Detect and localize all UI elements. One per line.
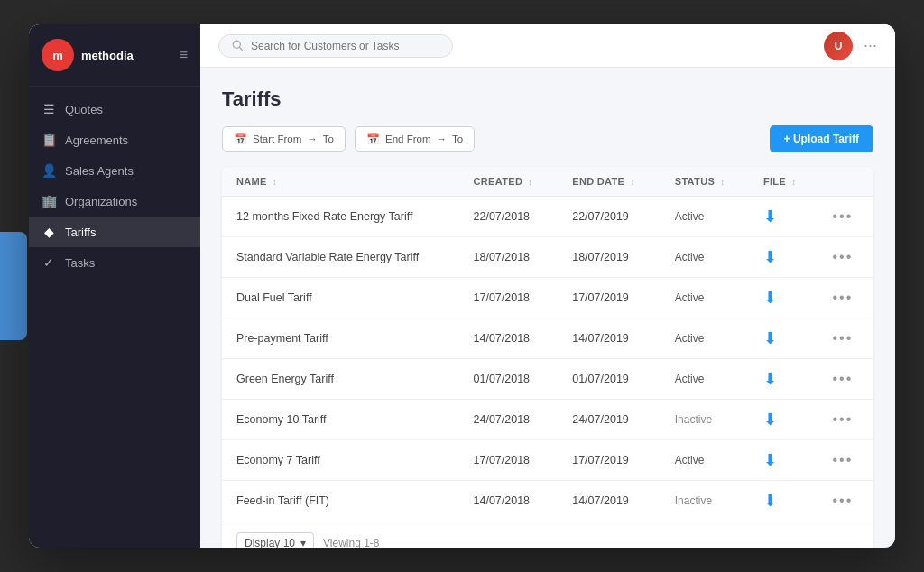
cell-created: 01/07/2018: [459, 359, 559, 400]
sort-arrows-created[interactable]: ↕: [529, 178, 533, 187]
sidebar-item-organizations[interactable]: 🏢Organizations: [29, 186, 200, 217]
cell-status: Active: [661, 440, 749, 481]
end-arrow: →: [436, 134, 447, 144]
organizations-icon: 🏢: [42, 194, 56, 208]
cell-file[interactable]: ⬇: [749, 359, 818, 400]
more-options-button[interactable]: •••: [833, 371, 854, 386]
sort-arrows-file[interactable]: ↕: [791, 178, 796, 187]
cell-name: Feed-in Tariff (FIT): [222, 481, 459, 521]
cell-name: Green Energy Tariff: [222, 359, 459, 400]
start-from-filter[interactable]: 📅 Start From → To: [222, 126, 346, 152]
more-options-button[interactable]: •••: [833, 290, 854, 305]
cell-actions[interactable]: •••: [818, 318, 873, 359]
table-row: 12 months Fixed Rate Energy Tariff 22/07…: [222, 197, 873, 237]
sidebar-item-tasks[interactable]: ✓Tasks: [29, 247, 200, 278]
cell-file[interactable]: ⬇: [749, 318, 818, 359]
display-select[interactable]: Display 10 ▾: [236, 532, 314, 548]
filter-group: 📅 Start From → To 📅 End From → To: [222, 126, 475, 152]
download-icon[interactable]: ⬇: [763, 451, 777, 469]
start-arrow: →: [307, 134, 318, 144]
sales-agents-icon: 👤: [42, 163, 56, 178]
table-body: 12 months Fixed Rate Energy Tariff 22/07…: [222, 197, 873, 521]
cell-name: Pre-payment Tariff: [222, 318, 459, 359]
more-options-button[interactable]: •••: [833, 208, 854, 224]
cell-file[interactable]: ⬇: [749, 481, 818, 521]
cell-created: 17/07/2018: [459, 278, 559, 318]
status-badge: Inactive: [675, 494, 712, 507]
sort-arrows-status[interactable]: ↕: [720, 178, 725, 187]
cell-status: Inactive: [661, 481, 749, 521]
cell-file[interactable]: ⬇: [749, 440, 818, 481]
table-row: Standard Variable Rate Energy Tariff 18/…: [222, 237, 873, 278]
svg-line-1: [240, 48, 243, 51]
cell-actions[interactable]: •••: [818, 440, 873, 481]
cell-actions[interactable]: •••: [818, 237, 873, 278]
more-options-button[interactable]: •••: [833, 249, 854, 264]
download-icon[interactable]: ⬇: [763, 329, 777, 347]
cell-end-date: 17/07/2019: [558, 278, 661, 318]
table-footer: Display 10 ▾ Viewing 1-8: [222, 521, 873, 548]
calendar-icon-2: 📅: [366, 133, 380, 145]
col-created: CREATED ↕: [459, 167, 559, 197]
avatar: U: [824, 32, 853, 60]
cell-status: Active: [661, 197, 749, 237]
search-input[interactable]: [251, 40, 439, 52]
sidebar-item-tariffs[interactable]: ◆Tariffs: [29, 217, 200, 247]
download-icon[interactable]: ⬇: [763, 370, 777, 388]
sidebar-nav: ☰Quotes📋Agreements👤Sales Agents🏢Organiza…: [29, 87, 200, 548]
sidebar-item-agreements[interactable]: 📋Agreements: [29, 125, 200, 155]
upload-tariff-button[interactable]: + Upload Tariff: [770, 125, 873, 152]
sort-arrows-name[interactable]: ↕: [273, 178, 277, 187]
end-from-filter[interactable]: 📅 End From → To: [355, 126, 475, 152]
search-bar[interactable]: [218, 34, 453, 58]
download-icon[interactable]: ⬇: [763, 208, 777, 226]
display-label: Display 10: [245, 537, 295, 548]
download-icon[interactable]: ⬇: [763, 289, 777, 307]
sidebar-item-sales-agents[interactable]: 👤Sales Agents: [29, 155, 200, 186]
cell-file[interactable]: ⬇: [749, 400, 818, 440]
viewing-text: Viewing 1-8: [323, 537, 379, 548]
cell-end-date: 18/07/2019: [558, 237, 661, 278]
col-name: NAME ↕: [222, 167, 459, 197]
cell-actions[interactable]: •••: [818, 278, 873, 318]
more-options-button[interactable]: •••: [833, 411, 854, 427]
more-options-button[interactable]: •••: [833, 493, 854, 508]
cell-file[interactable]: ⬇: [749, 197, 818, 237]
logo-mark: m: [42, 39, 74, 71]
cell-created: 22/07/2018: [459, 197, 559, 237]
col-actions: [818, 167, 873, 197]
sidebar-item-label-quotes: Quotes: [65, 103, 103, 116]
cell-end-date: 22/07/2019: [558, 197, 661, 237]
more-options-button[interactable]: •••: [833, 452, 854, 467]
topbar-more-icon[interactable]: ···: [864, 36, 877, 55]
cell-status: Inactive: [661, 400, 749, 440]
download-icon[interactable]: ⬇: [763, 248, 777, 266]
cell-actions[interactable]: •••: [818, 400, 873, 440]
cell-actions[interactable]: •••: [818, 359, 873, 400]
hamburger-icon[interactable]: ≡: [180, 47, 188, 63]
more-options-button[interactable]: •••: [833, 330, 854, 346]
cell-name: Economy 7 Tariff: [222, 440, 459, 481]
status-badge: Inactive: [675, 413, 712, 426]
cell-created: 17/07/2018: [459, 440, 559, 481]
cell-file[interactable]: ⬇: [749, 278, 818, 318]
download-icon[interactable]: ⬇: [763, 411, 777, 429]
status-badge: Active: [675, 332, 705, 345]
cell-status: Active: [661, 359, 749, 400]
status-badge: Active: [675, 373, 705, 385]
sidebar-item-label-sales-agents: Sales Agents: [65, 164, 134, 178]
sidebar-item-label-organizations: Organizations: [65, 195, 137, 208]
cell-actions[interactable]: •••: [818, 197, 873, 237]
table-header-row: NAME ↕ CREATED ↕ END DATE ↕ STATUS ↕ FIL…: [222, 167, 873, 197]
cell-status: Active: [661, 318, 749, 359]
sort-arrows-end-date[interactable]: ↕: [631, 178, 635, 187]
download-icon[interactable]: ⬇: [763, 492, 777, 510]
cell-file[interactable]: ⬇: [749, 237, 818, 278]
table-row: Dual Fuel Tariff 17/07/2018 17/07/2019 A…: [222, 278, 873, 318]
page-title: Tariffs: [222, 88, 873, 111]
cell-actions[interactable]: •••: [818, 481, 873, 521]
main-content: U ··· Tariffs 📅 Start From → To 📅: [200, 24, 895, 548]
sidebar-item-quotes[interactable]: ☰Quotes: [29, 94, 200, 125]
status-badge: Active: [675, 454, 705, 466]
end-to-label: To: [452, 134, 463, 144]
